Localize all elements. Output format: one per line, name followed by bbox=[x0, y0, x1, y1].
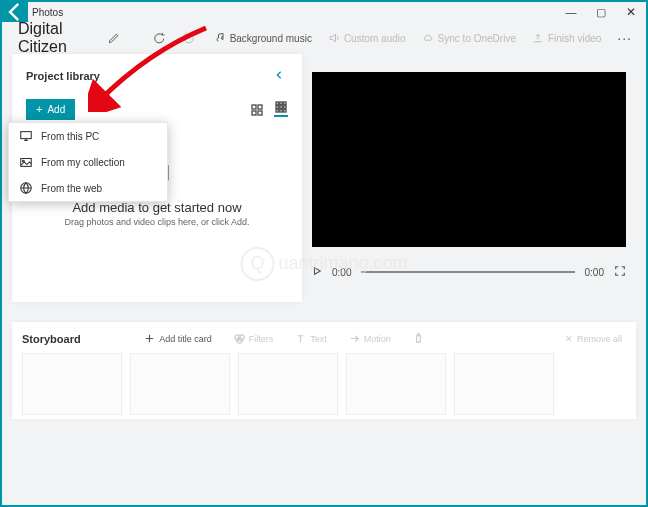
storyboard-card[interactable] bbox=[346, 353, 446, 415]
time-total: 0:00 bbox=[585, 267, 604, 278]
rename-button[interactable] bbox=[102, 28, 126, 48]
storyboard-title: Storyboard bbox=[22, 333, 81, 345]
label: Remove all bbox=[577, 334, 622, 344]
close-button[interactable]: ✕ bbox=[616, 5, 646, 19]
label: Motion bbox=[364, 334, 391, 344]
label: Filters bbox=[249, 334, 274, 344]
preview-panel: 0:00 0:00 bbox=[312, 54, 636, 302]
svg-rect-2 bbox=[252, 111, 256, 115]
text-icon bbox=[295, 333, 306, 344]
plus-icon bbox=[144, 333, 155, 344]
svg-rect-3 bbox=[258, 111, 262, 115]
cloud-icon bbox=[422, 32, 434, 44]
add-menu-from-pc[interactable]: From this PC bbox=[9, 123, 167, 149]
toolbar: Digital Citizen Background music Custom … bbox=[2, 22, 646, 54]
finish-label: Finish video bbox=[548, 33, 601, 44]
library-title: Project library bbox=[26, 70, 100, 82]
finish-video-button[interactable]: Finish video bbox=[526, 28, 607, 48]
expand-icon bbox=[614, 265, 626, 277]
collection-icon bbox=[19, 155, 33, 169]
storyboard-items bbox=[22, 353, 626, 415]
add-title-card-button[interactable]: Add title card bbox=[140, 330, 216, 347]
filters-button[interactable]: Filters bbox=[230, 330, 278, 347]
background-music-button[interactable]: Background music bbox=[208, 28, 318, 48]
storyboard-card[interactable] bbox=[454, 353, 554, 415]
player-controls: 0:00 0:00 bbox=[312, 265, 626, 279]
add-menu-from-web[interactable]: From the web bbox=[9, 175, 167, 201]
label: Text bbox=[310, 334, 327, 344]
project-name: Digital Citizen bbox=[18, 20, 92, 56]
sync-label: Sync to OneDrive bbox=[438, 33, 516, 44]
maximize-button[interactable]: ▢ bbox=[586, 6, 616, 19]
svg-rect-5 bbox=[280, 102, 283, 105]
motion-button[interactable]: Motion bbox=[345, 330, 395, 347]
add-button[interactable]: + Add bbox=[26, 99, 75, 120]
svg-rect-6 bbox=[284, 102, 287, 105]
custom-audio-label: Custom audio bbox=[344, 33, 406, 44]
storyboard-panel: Storyboard Add title card Filters Text M… bbox=[12, 322, 636, 419]
app-title: Photos bbox=[28, 7, 556, 18]
menu-label: From this PC bbox=[41, 131, 99, 142]
view-large-button[interactable] bbox=[250, 103, 264, 117]
export-icon bbox=[532, 32, 544, 44]
empty-subtitle: Drag photos and video clips here, or cli… bbox=[26, 217, 288, 227]
play-button[interactable] bbox=[312, 266, 322, 278]
svg-rect-4 bbox=[276, 102, 279, 105]
svg-rect-12 bbox=[284, 110, 287, 113]
fullscreen-button[interactable] bbox=[614, 265, 626, 279]
view-small-button[interactable] bbox=[274, 103, 288, 117]
grid-small-icon bbox=[275, 101, 287, 113]
remove-all-button[interactable]: ✕ Remove all bbox=[561, 331, 626, 347]
collapse-library-button[interactable] bbox=[270, 66, 288, 85]
label: Add title card bbox=[159, 334, 212, 344]
play-icon bbox=[312, 266, 322, 276]
view-toggle bbox=[250, 103, 288, 117]
svg-rect-8 bbox=[280, 106, 283, 109]
sync-onedrive-button[interactable]: Sync to OneDrive bbox=[416, 28, 522, 48]
add-menu-from-collection[interactable]: From my collection bbox=[9, 149, 167, 175]
storyboard-card[interactable] bbox=[22, 353, 122, 415]
text-button[interactable]: Text bbox=[291, 330, 331, 347]
undo-icon bbox=[154, 32, 166, 44]
background-music-label: Background music bbox=[230, 33, 312, 44]
time-current: 0:00 bbox=[332, 267, 351, 278]
music-icon bbox=[214, 32, 226, 44]
svg-rect-7 bbox=[276, 106, 279, 109]
svg-rect-0 bbox=[252, 105, 256, 109]
delete-button[interactable] bbox=[409, 330, 428, 347]
globe-icon bbox=[19, 181, 33, 195]
project-library-panel: Project library + Add bbox=[12, 54, 302, 302]
menu-label: From the web bbox=[41, 183, 102, 194]
minimize-button[interactable]: — bbox=[556, 6, 586, 18]
svg-rect-13 bbox=[21, 132, 32, 139]
titlebar: Photos — ▢ ✕ bbox=[2, 2, 646, 22]
audio-icon bbox=[328, 32, 340, 44]
trash-icon bbox=[413, 333, 424, 344]
x-icon: ✕ bbox=[565, 334, 573, 344]
empty-title: Add media to get started now bbox=[26, 200, 288, 215]
video-preview[interactable] bbox=[312, 72, 626, 247]
svg-rect-9 bbox=[284, 106, 287, 109]
more-button[interactable]: ··· bbox=[611, 30, 638, 46]
motion-icon bbox=[349, 333, 360, 344]
redo-button[interactable] bbox=[176, 28, 200, 48]
undo-button[interactable] bbox=[148, 28, 172, 48]
menu-label: From my collection bbox=[41, 157, 125, 168]
storyboard-card[interactable] bbox=[238, 353, 338, 415]
redo-icon bbox=[182, 32, 194, 44]
monitor-icon bbox=[19, 129, 33, 143]
plus-icon: + bbox=[36, 104, 42, 115]
grid-large-icon bbox=[251, 104, 263, 116]
storyboard-card[interactable] bbox=[130, 353, 230, 415]
chevron-left-icon bbox=[274, 70, 284, 80]
add-label: Add bbox=[47, 104, 65, 115]
svg-rect-1 bbox=[258, 105, 262, 109]
filter-icon bbox=[234, 333, 245, 344]
custom-audio-button[interactable]: Custom audio bbox=[322, 28, 412, 48]
progress-bar[interactable] bbox=[361, 271, 574, 273]
pencil-icon bbox=[108, 32, 120, 44]
svg-rect-10 bbox=[276, 110, 279, 113]
back-button[interactable] bbox=[2, 2, 28, 22]
svg-rect-11 bbox=[280, 110, 283, 113]
add-menu: From this PC From my collection From the… bbox=[8, 122, 168, 202]
